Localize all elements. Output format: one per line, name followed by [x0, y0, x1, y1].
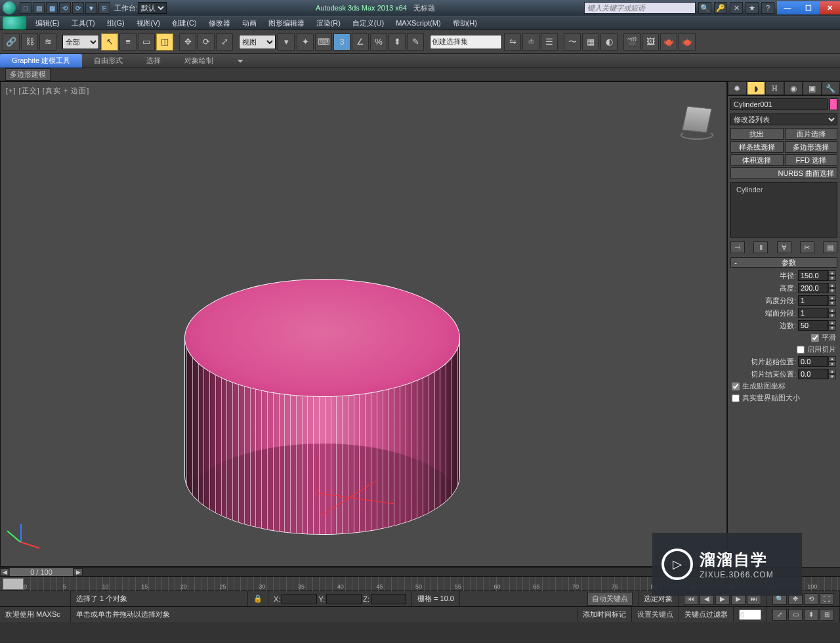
maximize-button[interactable]: ☐	[798, 1, 819, 14]
mod-btn-poly-select[interactable]: 多边形选择	[785, 141, 838, 153]
ribbon-panel-polymodel[interactable]: 多边形建模	[5, 68, 51, 81]
render-setup-icon[interactable]: 🎬	[623, 33, 640, 51]
percent-snap-icon[interactable]: %	[370, 33, 387, 51]
rollout-toggle-icon[interactable]: -	[731, 259, 740, 266]
checkbox-gen-map[interactable]	[732, 383, 740, 390]
autokey-button[interactable]: 自动关键点	[587, 592, 633, 606]
configure-sets-icon[interactable]: ▤	[823, 241, 837, 253]
angle-snap-icon[interactable]: ∠	[352, 33, 369, 51]
spinner-snap-icon[interactable]: ⬍	[388, 33, 406, 51]
menu-graph-editors[interactable]: 图形编辑器	[263, 17, 310, 30]
snap-toggle-icon[interactable]: 3	[333, 33, 350, 51]
app-menu-icon[interactable]	[3, 16, 26, 30]
named-selection-set-input[interactable]	[430, 35, 502, 49]
object-color-swatch[interactable]	[830, 98, 837, 110]
schematic-view-icon[interactable]: ▦	[582, 33, 599, 51]
qat-open-icon[interactable]: ▤	[33, 2, 45, 14]
menu-create[interactable]: 创建(C)	[167, 17, 201, 30]
input-radius[interactable]	[798, 270, 828, 281]
input-x[interactable]	[282, 594, 317, 604]
link-icon[interactable]: 🔗	[3, 33, 20, 51]
qat-dropdown-icon[interactable]: ▼	[85, 2, 97, 14]
bind-icon[interactable]: ≋	[39, 33, 56, 51]
align-icon[interactable]: ≐	[522, 33, 539, 51]
mod-btn-nurbs[interactable]: NURBS 曲面选择	[730, 167, 837, 179]
input-slice-from[interactable]	[798, 356, 828, 367]
key-filter[interactable]: 关键点过滤器	[679, 607, 734, 622]
window-crossing-icon[interactable]: ◫	[156, 33, 173, 51]
input-slice-to[interactable]	[798, 369, 828, 379]
tab-create-icon[interactable]: ✹	[728, 81, 747, 95]
pivot-icon[interactable]: ▾	[278, 33, 295, 51]
checkbox-slice[interactable]	[797, 346, 805, 354]
spin-up-icon[interactable]: ▲	[828, 270, 836, 276]
help-icon[interactable]: ?	[761, 2, 774, 14]
ribbon-expand-icon[interactable]: ⏷	[225, 55, 256, 67]
input-z[interactable]	[371, 594, 406, 604]
ribbon-tab-paint[interactable]: 对象绘制	[173, 54, 225, 68]
selection-filter-select[interactable]: 全部	[62, 35, 99, 49]
lock-selection-icon[interactable]: 🔒	[248, 591, 268, 606]
menu-help[interactable]: 帮助(H)	[448, 17, 482, 30]
menu-customize[interactable]: 自定义(U)	[347, 17, 389, 30]
maxscript-mini[interactable]	[0, 591, 71, 606]
rendered-frame-icon[interactable]: 🖼	[642, 33, 659, 51]
pin-stack-icon[interactable]: ⊣	[730, 241, 745, 253]
mod-btn-spline-select[interactable]: 样条线选择	[730, 141, 784, 153]
checkbox-smooth[interactable]	[811, 334, 819, 342]
qat-link-icon[interactable]: ⎘	[98, 2, 110, 14]
tab-motion-icon[interactable]: ◉	[784, 81, 803, 95]
tab-hierarchy-icon[interactable]: ℍ	[765, 81, 784, 95]
mod-btn-face-select[interactable]: 面片选择	[785, 128, 838, 140]
key-icon[interactable]: 🔑	[714, 2, 727, 14]
nav-zoom-all-icon[interactable]: ⤢	[772, 609, 787, 621]
edit-named-sel-icon[interactable]: ✎	[407, 33, 424, 51]
rollout-parameters-header[interactable]: - 参数	[730, 257, 837, 268]
input-height[interactable]	[798, 283, 828, 293]
cylinder-object[interactable]	[184, 279, 460, 567]
select-object-icon[interactable]: ↖	[101, 33, 118, 51]
viewport[interactable]: [+] [正交] [真实 + 边面]	[0, 81, 727, 567]
material-editor-icon[interactable]: ◐	[600, 33, 618, 51]
input-sides[interactable]	[798, 320, 828, 331]
qat-new-icon[interactable]: □	[20, 2, 32, 14]
ribbon-tab-selection[interactable]: 选择	[135, 54, 173, 68]
spin-down-icon[interactable]: ▼	[828, 276, 836, 281]
star-icon[interactable]: ★	[746, 2, 759, 14]
render-icon[interactable]: 🫖	[660, 33, 677, 51]
mirror-icon[interactable]: ⇋	[504, 33, 521, 51]
menu-views[interactable]: 视图(V)	[131, 17, 166, 30]
input-height-segs[interactable]	[798, 295, 828, 306]
viewcube[interactable]	[679, 102, 715, 137]
menu-tools[interactable]: 工具(T)	[66, 17, 100, 30]
ribbon-tab-graphite[interactable]: Graphite 建模工具	[0, 54, 82, 68]
exchange-icon[interactable]: ✕	[730, 2, 743, 14]
modifier-stack[interactable]: Cylinder	[730, 182, 837, 238]
checkbox-real-world[interactable]	[732, 394, 740, 402]
keyboard-shortcut-icon[interactable]: ⌨	[315, 33, 332, 51]
time-slider[interactable]	[3, 578, 24, 590]
mod-btn-ffd-select[interactable]: FFD 选择	[785, 154, 838, 166]
mod-btn-vol-select[interactable]: 体积选择	[730, 154, 784, 166]
layers-icon[interactable]: ☰	[541, 33, 558, 51]
unlink-icon[interactable]: ⛓	[21, 33, 38, 51]
nav-fov-icon[interactable]: ▭	[788, 609, 803, 621]
scale-icon[interactable]: ⤢	[216, 33, 233, 51]
search-icon[interactable]: 🔍	[698, 2, 711, 14]
nav-max-icon[interactable]: ⛶	[820, 593, 834, 605]
manipulate-icon[interactable]: ✦	[297, 33, 314, 51]
search-input[interactable]	[584, 2, 696, 14]
menu-animation[interactable]: 动画	[237, 17, 262, 30]
input-cap-segs[interactable]	[798, 308, 828, 318]
select-region-rect-icon[interactable]: ▭	[138, 33, 155, 51]
current-frame-input[interactable]	[739, 610, 761, 620]
ribbon-tab-freeform[interactable]: 自由形式	[82, 54, 135, 68]
tab-display-icon[interactable]: ▣	[803, 81, 822, 95]
qat-save-icon[interactable]: ▦	[46, 2, 58, 14]
scroll-left-icon[interactable]: ◀	[0, 568, 9, 576]
modifier-list-select[interactable]: 修改器列表	[730, 114, 837, 125]
nav-orbit-icon[interactable]: ⟲	[804, 593, 818, 605]
viewport-label[interactable]: [+] [正交] [真实 + 边面]	[6, 86, 89, 96]
setkey-button[interactable]: 设置关键点	[637, 610, 673, 619]
menu-edit[interactable]: 编辑(E)	[30, 17, 65, 30]
